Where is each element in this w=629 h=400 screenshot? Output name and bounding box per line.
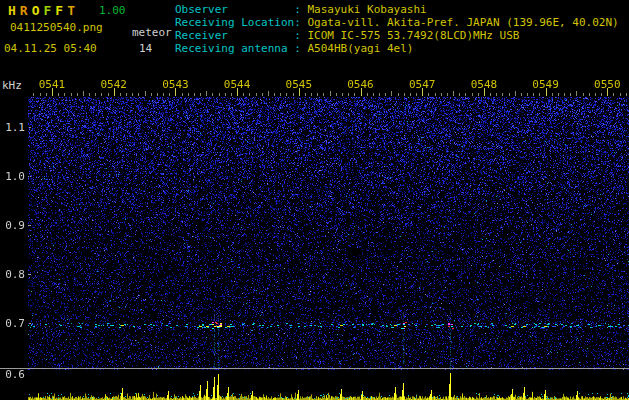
- info-separator: :: [294, 29, 307, 42]
- info-value: Ogata-vill. Akita-Pref. JAPAN (139.96E, …: [307, 16, 618, 29]
- separator-line: [0, 368, 629, 369]
- info-value: ICOM IC-575 53.7492(8LCD)MHz USB: [307, 29, 519, 42]
- app-version: 1.00: [99, 4, 126, 17]
- info-row-receiver: Receiver: ICOM IC-575 53.7492(8LCD)MHz U…: [175, 29, 619, 42]
- title-letter: H: [8, 3, 20, 18]
- info-label: Receiving antenna: [175, 42, 294, 55]
- time-tick-label: 0546: [344, 78, 378, 91]
- info-separator: :: [294, 16, 307, 29]
- signal-level-canvas: [28, 371, 629, 400]
- info-label: Receiver: [175, 29, 294, 42]
- time-tick-label: 0548: [467, 78, 501, 91]
- hrofft-window: HROFFT 1.00 0411250540.png meteor 04.11.…: [0, 0, 629, 400]
- title-letter: O: [32, 3, 44, 18]
- time-tick-label: 0543: [158, 78, 192, 91]
- title-letter: F: [43, 3, 55, 18]
- info-separator: :: [294, 42, 307, 55]
- time-tick-label: 0541: [35, 78, 69, 91]
- output-filename: 0411250540.png: [10, 21, 103, 34]
- info-row-antenna: Receiving antenna: A504HB(yagi 4el): [175, 42, 619, 55]
- time-tick-label: 0547: [405, 78, 439, 91]
- info-value: Masayuki Kobayashi: [307, 3, 426, 16]
- echo-count: 14: [139, 42, 152, 55]
- timestamp-label: 04.11.25 05:40: [4, 42, 97, 55]
- info-separator: :: [294, 3, 307, 16]
- freq-tick-label: 0.6: [0, 368, 25, 381]
- mode-label: meteor: [132, 26, 172, 39]
- info-label: Observer: [175, 3, 294, 16]
- freq-tick-label: 0.9: [0, 219, 25, 232]
- freq-tick-label: 1.1: [0, 121, 25, 134]
- time-tick-label: 0544: [220, 78, 254, 91]
- freq-tick-label: 0.8: [0, 268, 25, 281]
- freq-tick-label: 0.7: [0, 317, 25, 330]
- time-tick-label: 0542: [97, 78, 131, 91]
- title-letter: F: [55, 3, 67, 18]
- title-letter: R: [20, 3, 32, 18]
- info-row-observer: Observer: Masayuki Kobayashi: [175, 3, 619, 16]
- time-tick-label: 0545: [282, 78, 316, 91]
- title-letter: T: [67, 3, 79, 18]
- time-tick-label: 0549: [529, 78, 563, 91]
- station-info: Observer: Masayuki Kobayashi Receiving L…: [175, 3, 619, 55]
- time-tick-label: 0550: [590, 78, 624, 91]
- info-label: Receiving Location: [175, 16, 294, 29]
- info-value: A504HB(yagi 4el): [307, 42, 413, 55]
- freq-axis-unit: kHz: [2, 79, 22, 92]
- spectrogram-canvas: [28, 75, 629, 370]
- info-row-location: Receiving Location: Ogata-vill. Akita-Pr…: [175, 16, 619, 29]
- app-title: HROFFT: [8, 3, 79, 18]
- freq-tick-label: 1.0: [0, 170, 25, 183]
